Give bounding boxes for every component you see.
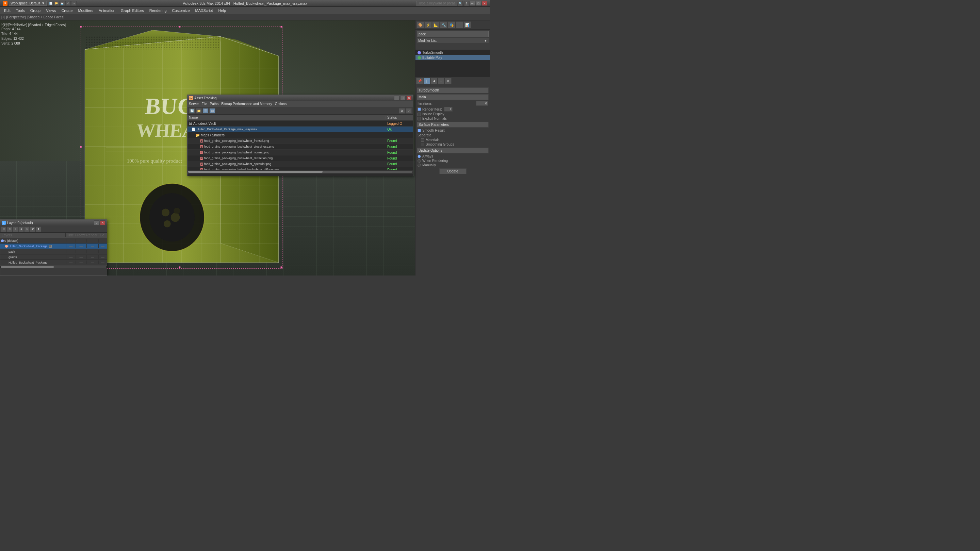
lp-scrollbar-thumb[interactable] [1,266,54,268]
lp-render-pack[interactable]: — [86,250,98,253]
at-row-file6[interactable]: 🖼 food_grains_packaging_hulled_buckwheat… [188,167,413,170]
rpbtn-pin[interactable]: 📌 [416,78,423,84]
window-maximize[interactable]: □ [476,1,481,6]
lp-hide-default[interactable]: — [66,239,76,243]
at-row-maps[interactable]: 📂 Maps / Shaders [188,132,413,138]
lp-render-hulled[interactable]: — [86,260,98,264]
lp-render-default[interactable]: — [86,239,98,243]
ts-render-iters-input[interactable] [444,107,453,111]
ts-when-rendering-rb[interactable] [417,159,421,163]
modifier-editable-poly[interactable]: Editable Poly [415,55,490,60]
modifier-turbosmooth[interactable]: TurboSmooth [415,50,490,55]
at-menu-bitmap[interactable]: Bitmap Performance and Memory [221,102,272,106]
at-maximize[interactable]: □ [400,95,406,100]
lp-hide-grains[interactable]: — [66,255,76,259]
lp-scrollbar-track[interactable] [1,266,106,268]
rp-icon-4[interactable]: 🔧 [440,21,447,28]
ts-render-iters-cb[interactable] [417,108,421,111]
lp-freeze-grains[interactable]: — [76,255,86,259]
menu-edit[interactable]: Edit [2,7,13,14]
at-row-file5[interactable]: 🖼 food_grains_packaging_buckwheat_specul… [188,161,413,167]
at-row-file2[interactable]: 🖼 food_grains_packaging_buckwheat_glossi… [188,144,413,150]
rpbtn-2[interactable]: ◀ [430,78,437,84]
rpbtn-1[interactable]: | [423,78,430,84]
at-menu-file[interactable]: File [202,102,207,106]
lp-btn-5[interactable]: ⇵ [30,227,35,232]
at-menu-paths[interactable]: Paths [210,102,219,106]
menu-rendering[interactable]: Rendering [147,7,169,14]
at-minimize[interactable]: ─ [394,95,399,100]
lp-col-buckwheat[interactable]: — [98,244,107,248]
lp-col-hulled[interactable]: — [98,260,107,264]
lp-render-buckwheat[interactable]: — [86,244,98,248]
toolbar-new[interactable]: 📄 [48,1,53,6]
menu-maxscript[interactable]: MAXScript [192,7,216,14]
at-close[interactable]: ✕ [406,95,412,100]
lp-btn-layers[interactable]: ☰ [1,227,6,232]
modifier-list-dropdown[interactable]: ▼ [484,39,487,43]
lp-col-pack[interactable]: — [98,250,107,253]
at-scrollbar-track[interactable] [188,171,412,173]
search-input[interactable] [417,1,457,6]
lp-row-buckwheat[interactable]: Hulled_Buckwheat_Package — — — — [0,243,107,249]
menu-modifiers[interactable]: Modifiers [75,7,96,14]
search-icon[interactable]: 🔍 [458,1,463,6]
lp-close[interactable]: ✕ [100,221,105,225]
at-toolbar-folder[interactable]: 📁 [196,108,202,114]
ts-materials-cb[interactable] [421,138,424,142]
rp-icon-7[interactable]: 📊 [463,21,471,28]
ts-explicit-cb[interactable] [417,117,421,121]
lp-row-grains[interactable]: grains — — — — [0,254,107,260]
lp-row-hulled[interactable]: Hulled_Buckwheat_Package — — — — [0,260,107,265]
ts-isoline-cb[interactable] [417,113,421,116]
menu-help[interactable]: Help [216,7,229,14]
rp-icon-6[interactable]: ☰ [456,21,463,28]
lp-btn-6[interactable]: ⬆ [36,227,41,232]
ts-manually-rb[interactable] [417,164,421,167]
lp-btn-select[interactable]: ◇ [24,227,30,232]
window-close[interactable]: ✕ [482,1,487,6]
lp-freeze-buckwheat[interactable]: — [76,244,86,248]
at-row-file3[interactable]: 🖼 food_grains_packaging_buckwheat_normal… [188,150,413,156]
lp-btn-delete[interactable]: ✕ [7,227,12,232]
window-minimize[interactable]: ─ [469,1,475,6]
lp-minimize[interactable]: ? [94,221,99,225]
lp-col-default[interactable]: — [98,239,107,243]
rp-icon-2[interactable]: ⚡ [424,21,432,28]
menu-customize[interactable]: Customize [169,7,192,14]
at-row-file1[interactable]: 🖼 food_grains_packaging_buckwheat_frense… [188,138,413,144]
lp-freeze-default[interactable]: — [76,239,86,243]
lp-scrollbar[interactable] [0,265,107,268]
menu-tools[interactable]: Tools [13,7,27,14]
ts-smooth-cb[interactable] [417,129,421,132]
at-toolbar-detail[interactable]: ▤ [209,108,215,114]
at-scrollbar[interactable] [188,170,413,173]
at-toolbar-settings[interactable]: ⚙ [399,108,405,114]
toolbar-undo[interactable]: ↩ [65,1,71,6]
toolbar-redo[interactable]: ↪ [71,1,76,6]
at-scrollbar-thumb[interactable] [188,171,323,173]
menu-views[interactable]: Views [43,7,59,14]
rp-icon-1[interactable]: 🎨 [417,21,424,28]
lp-hide-buckwheat[interactable]: — [66,244,76,248]
at-toolbar-refresh[interactable]: 🔄 [189,108,195,114]
ts-always-rb[interactable] [417,155,421,158]
workspace-dropdown[interactable]: Workspace: Default ▼ [9,1,47,6]
help-icon[interactable]: ? [464,1,469,6]
at-row-vault[interactable]: 🏛 Autodesk Vault Logged O [188,121,413,127]
lp-freeze-pack[interactable]: — [76,250,86,253]
toolbar-save[interactable]: 💾 [60,1,65,6]
modifier-search[interactable] [417,31,488,37]
ts-update-button[interactable]: Update [439,168,466,174]
lp-btn-add[interactable]: + [13,227,18,232]
lp-row-default[interactable]: 0 (default) — — — — [0,238,107,243]
toolbar-open[interactable]: 📂 [54,1,59,6]
at-row-file4[interactable]: 🖼 food_grains_packaging_buckwheat_refrac… [188,156,413,161]
rp-icon-3[interactable]: 📐 [432,21,440,28]
lp-col-grains[interactable]: — [98,255,107,259]
menu-group[interactable]: Group [27,7,43,14]
lp-hide-pack[interactable]: — [66,250,76,253]
menu-graph-editors[interactable]: Graph Editors [118,7,147,14]
ts-smoothgroups-cb[interactable] [421,143,424,146]
ts-iterations-input[interactable] [476,101,488,106]
